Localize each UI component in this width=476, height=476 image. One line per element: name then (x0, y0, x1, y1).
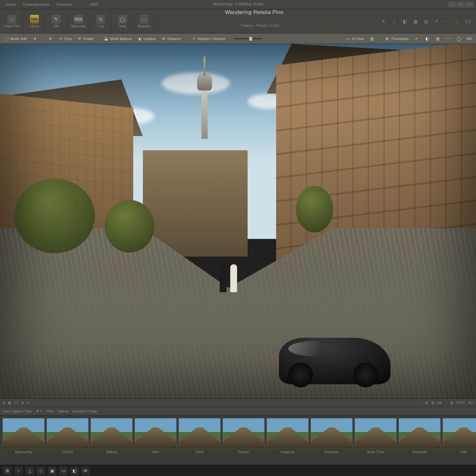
mail-icon[interactable]: ✉ (81, 466, 90, 475)
view-thumbs-label: Thumbnails (391, 37, 408, 41)
tool-crop[interactable]: ✂Crop (56, 35, 74, 42)
thumbnail-item[interactable]: Walking (90, 418, 133, 454)
toolbar-sep (379, 36, 380, 42)
info-hist[interactable]: hist (468, 401, 473, 404)
app1-icon[interactable]: ◇ (37, 466, 45, 475)
start-icon[interactable]: ⊞ (3, 466, 12, 475)
more-icon[interactable]: ⋯ (443, 18, 451, 25)
thumbnail-item[interactable]: Greenway (311, 418, 353, 454)
menu-more[interactable]: ··· (76, 2, 86, 7)
toolbar: ⬚ Mode: Edit ▾ ↺ ✂Crop ⟳Rotate ⬓White Ba… (0, 33, 476, 44)
view-circle[interactable]: ◯ (454, 35, 463, 42)
keywords-button[interactable]: Keyword / Flags (73, 409, 97, 413)
thumbnail-item[interactable]: Path (443, 418, 476, 454)
thumbnail-item[interactable]: Approaching (2, 418, 45, 454)
view-more[interactable]: ⋯ (444, 35, 452, 42)
view-fit[interactable]: ▭Fit View (344, 35, 366, 42)
zoom-11-icon[interactable]: 1:1 (464, 18, 472, 25)
document-title-area: Wandering Relatia Pino Catalog – Primary… (155, 9, 376, 33)
search-icon[interactable]: ○ (14, 466, 23, 475)
info-r2[interactable]: ▤ (431, 401, 434, 404)
tool-rotate[interactable]: ⟳Rotate (75, 35, 95, 42)
menu-camera[interactable]: Camera/Lenses (20, 2, 52, 7)
tool-undo[interactable]: ↺ (46, 35, 55, 42)
view-split[interactable]: ▥ (368, 35, 376, 42)
ribbon-watermark[interactable]: Wdc Watermark (67, 9, 90, 33)
rating-filter[interactable]: ★ 0 (36, 409, 42, 413)
thumbnail-item[interactable]: Southward (399, 418, 441, 454)
split2-icon: ▥ (369, 36, 374, 41)
app4-icon[interactable]: ◧ (70, 466, 79, 475)
sort-dropdown[interactable]: Sort: Capture Time (3, 409, 32, 413)
app3-icon[interactable]: ▭ (59, 466, 68, 475)
window-title: Wanderings · A Walking Studio (213, 2, 263, 6)
thumbnail-item[interactable]: Hedgerow (267, 418, 309, 454)
info-view1[interactable]: ■ (3, 401, 5, 404)
chevron-down-icon: ▾ (33, 36, 37, 41)
info-r0[interactable]: ⬚ (420, 401, 422, 404)
pencil-icon[interactable]: ✎ (380, 18, 387, 25)
menu-home[interactable]: Home (2, 2, 19, 7)
filmstrip[interactable]: ApproachingField 02WalkingWestFieldsPast… (0, 415, 476, 465)
ribbon-detail-label: Detail (118, 24, 126, 28)
split-icon[interactable]: ◧ (401, 18, 408, 25)
taskview-icon[interactable]: △ (25, 466, 34, 475)
wb-icon: ⬓ (104, 36, 109, 41)
thumbnail-item[interactable]: Pasture (223, 418, 265, 454)
thumbnail-item[interactable]: West (134, 418, 177, 454)
ribbon-library[interactable]: Vofo Library (24, 9, 46, 33)
menu-hdr[interactable]: HDR (87, 2, 101, 7)
view-thumbs[interactable]: ⊞Thumbnails (383, 35, 410, 42)
info-grid[interactable]: ⊞ (21, 401, 24, 404)
info-view2[interactable]: ▣ (8, 401, 11, 404)
library-icon: Vofo (30, 15, 39, 24)
info-r4[interactable]: ⋯ (444, 401, 447, 404)
view-aa[interactable]: AA (465, 35, 474, 42)
thumbnail-item[interactable]: Route Three (355, 418, 397, 454)
view-full[interactable]: ⤢ (412, 35, 421, 42)
sep-icon: | (454, 18, 461, 25)
tool-mode[interactable]: ⬚ Mode: Edit (2, 35, 29, 42)
tool-wb-label: White Balance (110, 37, 132, 41)
info-r1[interactable]: ◐ (425, 401, 428, 404)
list-icon[interactable]: ▤ (422, 18, 430, 25)
info-zoom11[interactable]: 1:1 (14, 401, 18, 404)
window-max-icon[interactable]: □ (457, 2, 465, 7)
thumbnail-image (399, 418, 441, 449)
grid-icon[interactable]: ▦ (412, 18, 419, 25)
window-close-icon[interactable]: × (465, 2, 474, 7)
thumbnail-image (267, 418, 309, 449)
info-split[interactable]: ◫ (27, 401, 30, 404)
ribbon-detail[interactable]: ◯ Detail (112, 9, 133, 33)
tool-dropdown[interactable]: ▾ (31, 35, 39, 42)
thumbnail-item[interactable]: Field 02 (46, 418, 89, 454)
info-r5[interactable]: ◧ (451, 401, 453, 404)
ribbon-crop[interactable]: ⎘ Crop (90, 9, 112, 33)
ribbon-folder[interactable]: ⌂ Folder Path (0, 9, 24, 33)
view-panel[interactable]: ◧ (423, 35, 431, 42)
app2-icon[interactable]: ▣ (48, 466, 56, 475)
tool-light[interactable]: ◐Lighting (136, 35, 158, 42)
thumbnail-caption: Hedgerow (280, 450, 295, 454)
window-min-icon[interactable]: – (448, 2, 456, 7)
info-rgb: R G B (456, 401, 465, 404)
home-icon[interactable]: ⌂ (390, 18, 398, 25)
exposure-slider[interactable] (234, 38, 262, 39)
menu-bar: Home Camera/Lenses Favorites ··· HDR Wan… (0, 0, 476, 9)
ribbon-folder-label: Folder Path (4, 24, 20, 28)
toolbar-sep (231, 36, 231, 42)
tool-sharpen[interactable]: ✧Sharpen / Denoise (189, 35, 227, 42)
tool-enhance[interactable]: ≋Enhance (159, 35, 183, 42)
image-canvas[interactable] (0, 44, 476, 399)
ribbon-metadata[interactable]: ··· Metadata (133, 9, 155, 33)
thumbnail-caption: Approaching (15, 450, 32, 454)
filter-button[interactable]: Filter (46, 409, 54, 413)
view-list[interactable]: ▤ (433, 35, 442, 42)
export-icon[interactable]: ↗ (433, 18, 440, 25)
menu-fav[interactable]: Favorites (54, 2, 75, 7)
info-r3[interactable]: adj (437, 401, 441, 404)
thumbnail-item[interactable]: Fields (178, 418, 221, 454)
tool-wb[interactable]: ⬓White Balance (102, 35, 134, 42)
ribbon-edit[interactable]: ✎ Edit (46, 9, 67, 33)
rating-button[interactable]: Rating (58, 409, 68, 413)
